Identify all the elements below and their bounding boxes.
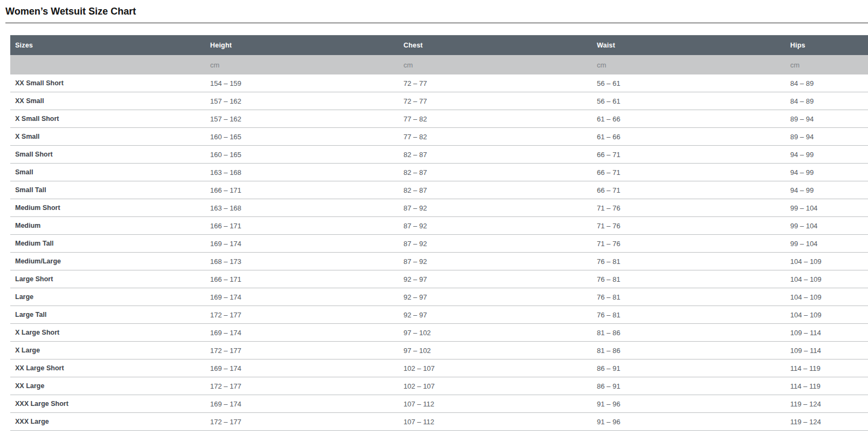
hips-cell: 89 – 94 <box>785 110 868 128</box>
units-cell-hips: cm <box>785 55 868 74</box>
units-cell-height: cm <box>205 55 399 74</box>
title-divider <box>5 23 868 23</box>
height-cell: 166 – 171 <box>205 181 399 199</box>
height-cell: 166 – 171 <box>205 217 399 235</box>
hips-cell: 84 – 89 <box>785 74 868 92</box>
column-header-chest: Chest <box>399 36 592 56</box>
table-row: XX Small Short 154 – 159 72 – 77 56 – 61… <box>10 74 868 92</box>
table-row: Large 169 – 174 92 – 97 76 – 81 104 – 10… <box>10 288 868 306</box>
table-row: XX Large Short 169 – 174 102 – 107 86 – … <box>10 359 868 377</box>
column-header-height: Height <box>205 36 399 56</box>
table-row: X Large 172 – 177 97 – 102 81 – 86 109 –… <box>10 342 868 359</box>
waist-cell: 81 – 86 <box>592 342 785 359</box>
size-chart-page: { "page": { "title": "Women’s Wetsuit Si… <box>0 0 868 441</box>
waist-cell: 81 – 86 <box>592 324 785 342</box>
page-header: Women’s Wetsuit Size Chart <box>0 0 868 23</box>
height-cell: 166 – 171 <box>205 270 399 288</box>
column-header-waist: Waist <box>592 36 785 56</box>
table-row: Large Tall 172 – 177 92 – 97 76 – 81 104… <box>10 306 868 324</box>
height-cell: 172 – 177 <box>205 413 399 431</box>
waist-cell: 66 – 71 <box>592 146 785 164</box>
hips-cell: 119 – 124 <box>785 413 868 431</box>
table-row: Small 163 – 168 82 – 87 66 – 71 94 – 99 <box>10 164 868 181</box>
waist-cell: 76 – 81 <box>592 270 785 288</box>
size-label-cell: Medium Tall <box>10 235 205 253</box>
height-cell: 157 – 162 <box>205 92 399 110</box>
height-cell: 169 – 174 <box>205 235 399 253</box>
size-label-cell: Large Tall <box>10 306 205 324</box>
size-label-cell: Small Tall <box>10 181 205 199</box>
waist-cell: 71 – 76 <box>592 235 785 253</box>
table-units-row: cm cm cm cm <box>10 55 868 74</box>
chest-cell: 107 – 112 <box>399 395 592 413</box>
table-row: Medium Short 163 – 168 87 – 92 71 – 76 9… <box>10 199 868 217</box>
table-header-row: Sizes Height Chest Waist Hips <box>10 36 868 56</box>
chest-cell: 92 – 97 <box>399 288 592 306</box>
hips-cell: 99 – 104 <box>785 217 868 235</box>
chest-cell: 87 – 92 <box>399 253 592 270</box>
height-cell: 169 – 174 <box>205 324 399 342</box>
waist-cell: 76 – 81 <box>592 288 785 306</box>
units-cell-waist: cm <box>592 55 785 74</box>
height-cell: 172 – 177 <box>205 306 399 324</box>
height-cell: 160 – 165 <box>205 128 399 146</box>
height-cell: 168 – 173 <box>205 253 399 270</box>
size-chart-viewport: Sizes Height Chest Waist Hips cm cm cm c… <box>10 35 868 431</box>
size-chart-table: Sizes Height Chest Waist Hips cm cm cm c… <box>10 35 868 431</box>
table-row: X Small 160 – 165 77 – 82 61 – 66 89 – 9… <box>10 128 868 146</box>
size-label-cell: XX Large <box>10 377 205 395</box>
hips-cell: 84 – 89 <box>785 92 868 110</box>
chest-cell: 102 – 107 <box>399 359 592 377</box>
size-label-cell: Medium Short <box>10 199 205 217</box>
size-label-cell: X Large Short <box>10 324 205 342</box>
table-row: Medium Tall 169 – 174 87 – 92 71 – 76 99… <box>10 235 868 253</box>
height-cell: 172 – 177 <box>205 342 399 359</box>
hips-cell: 104 – 109 <box>785 306 868 324</box>
height-cell: 163 – 168 <box>205 199 399 217</box>
waist-cell: 56 – 61 <box>592 92 785 110</box>
table-row: Large Short 166 – 171 92 – 97 76 – 81 10… <box>10 270 868 288</box>
waist-cell: 86 – 91 <box>592 359 785 377</box>
height-cell: 169 – 174 <box>205 288 399 306</box>
size-label-cell: X Small <box>10 128 205 146</box>
hips-cell: 104 – 109 <box>785 253 868 270</box>
chest-cell: 77 – 82 <box>399 110 592 128</box>
waist-cell: 61 – 66 <box>592 128 785 146</box>
hips-cell: 119 – 124 <box>785 395 868 413</box>
height-cell: 157 – 162 <box>205 110 399 128</box>
waist-cell: 66 – 71 <box>592 181 785 199</box>
table-row: XX Small 157 – 162 72 – 77 56 – 61 84 – … <box>10 92 868 110</box>
table-row: Medium/Large 168 – 173 87 – 92 76 – 81 1… <box>10 253 868 270</box>
hips-cell: 109 – 114 <box>785 324 868 342</box>
table-row: XXX Large 172 – 177 107 – 112 91 – 96 11… <box>10 413 868 431</box>
size-label-cell: XX Small Short <box>10 74 205 92</box>
chest-cell: 72 – 77 <box>399 92 592 110</box>
size-label-cell: XXX Large Short <box>10 395 205 413</box>
table-row: XX Large 172 – 177 102 – 107 86 – 91 114… <box>10 377 868 395</box>
chest-cell: 87 – 92 <box>399 235 592 253</box>
size-label-cell: XX Small <box>10 92 205 110</box>
hips-cell: 104 – 109 <box>785 270 868 288</box>
waist-cell: 66 – 71 <box>592 164 785 181</box>
column-header-sizes: Sizes <box>10 36 205 56</box>
hips-cell: 99 – 104 <box>785 199 868 217</box>
hips-cell: 94 – 99 <box>785 146 868 164</box>
hips-cell: 114 – 119 <box>785 359 868 377</box>
chest-cell: 72 – 77 <box>399 74 592 92</box>
units-cell-sizes <box>10 55 205 74</box>
waist-cell: 76 – 81 <box>592 306 785 324</box>
hips-cell: 114 – 119 <box>785 377 868 395</box>
size-label-cell: XX Large Short <box>10 359 205 377</box>
size-label-cell: XXX Large <box>10 413 205 431</box>
table-row: Small Short 160 – 165 82 – 87 66 – 71 94… <box>10 146 868 164</box>
waist-cell: 91 – 96 <box>592 395 785 413</box>
height-cell: 172 – 177 <box>205 377 399 395</box>
waist-cell: 71 – 76 <box>592 199 785 217</box>
size-label-cell: X Small Short <box>10 110 205 128</box>
waist-cell: 91 – 96 <box>592 413 785 431</box>
chest-cell: 82 – 87 <box>399 181 592 199</box>
waist-cell: 86 – 91 <box>592 377 785 395</box>
page-title: Women’s Wetsuit Size Chart <box>0 0 868 18</box>
chest-cell: 82 – 87 <box>399 164 592 181</box>
size-label-cell: Small Short <box>10 146 205 164</box>
